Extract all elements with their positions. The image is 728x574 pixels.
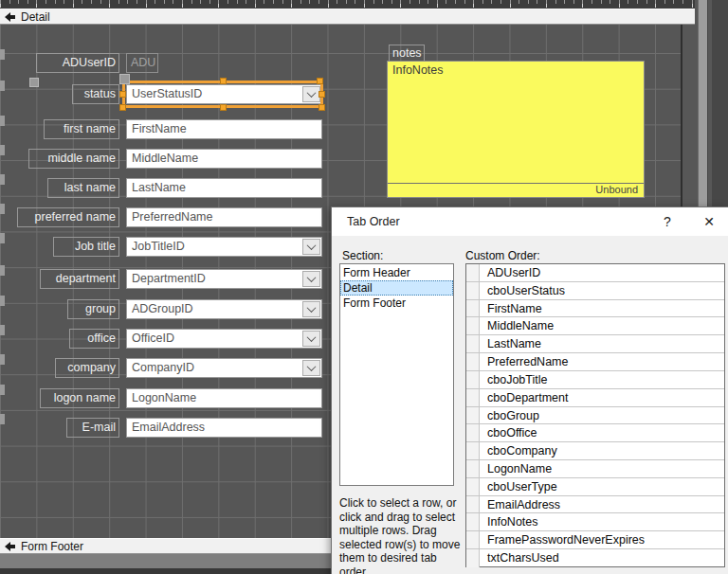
row-edge-handle xyxy=(0,265,5,276)
row-selector-cell[interactable] xyxy=(466,317,480,334)
row-selector-cell[interactable] xyxy=(466,371,480,388)
label-move-handle[interactable] xyxy=(29,78,39,87)
selection-resize-handle[interactable] xyxy=(318,91,325,98)
row-selector-cell[interactable] xyxy=(466,442,480,459)
row-selector-cell[interactable] xyxy=(466,282,480,299)
custom-order-item-txtCharsUsed[interactable]: txtCharsUsed xyxy=(466,549,724,567)
help-button[interactable]: ? xyxy=(655,210,680,233)
notes-textarea-control[interactable]: InfoNotes Unbound xyxy=(387,61,645,198)
row-selector-cell[interactable] xyxy=(466,424,480,441)
row-edge-handle xyxy=(0,49,5,60)
control-name: MiddleName xyxy=(480,317,554,334)
section-item-detail[interactable]: Detail xyxy=(340,280,453,296)
custom-order-item-cboCompany[interactable]: cboCompany xyxy=(466,442,724,460)
field-label-job-title[interactable]: Job title xyxy=(53,237,119,257)
field-label-department[interactable]: department xyxy=(40,269,119,289)
field-label-e-mail[interactable]: E-mail xyxy=(66,418,119,438)
custom-order-item-EmailAddress[interactable]: EmailAddress xyxy=(466,496,724,514)
text-field-logonname[interactable]: LogonName xyxy=(126,388,322,408)
row-selector-cell[interactable] xyxy=(466,335,480,352)
row-edge-handle xyxy=(0,145,5,155)
field-label-company[interactable]: company xyxy=(55,358,119,378)
close-icon[interactable]: ✕ xyxy=(697,210,721,233)
combo-field-jobtitleid[interactable]: JobTitleID xyxy=(126,237,322,257)
dropdown-button[interactable] xyxy=(302,301,320,317)
tab-order-dialog: Tab Order ? ✕ Section: Custom Order: For… xyxy=(331,206,728,574)
section-item-form-footer[interactable]: Form Footer xyxy=(340,296,453,311)
text-field-firstname[interactable]: FirstName xyxy=(126,119,322,139)
text-field-middlename[interactable]: MiddleName xyxy=(126,149,322,169)
row-selector-cell[interactable] xyxy=(466,496,480,513)
row-selector-cell[interactable] xyxy=(466,264,480,281)
text-field-lastname[interactable]: LastName xyxy=(126,178,322,198)
row-selector-cell[interactable] xyxy=(466,531,480,548)
dialog-titlebar[interactable]: Tab Order ? ✕ xyxy=(332,207,728,236)
custom-order-item-cboDepartment[interactable]: cboDepartment xyxy=(466,389,724,407)
custom-order-item-FirstName[interactable]: FirstName xyxy=(466,300,724,318)
row-selector-cell[interactable] xyxy=(466,300,480,317)
field-label-first-name[interactable]: first name xyxy=(44,119,119,139)
custom-order-item-FramePasswordNeverExpires[interactable]: FramePasswordNeverExpires xyxy=(466,531,724,549)
custom-order-item-LogonName[interactable]: LogonName xyxy=(466,460,724,478)
custom-order-item-cboUserType[interactable]: cboUserType xyxy=(466,478,724,496)
row-selector-cell[interactable] xyxy=(466,460,480,477)
detail-section-header[interactable]: Detail xyxy=(0,9,695,25)
custom-order-label: Custom Order: xyxy=(465,249,540,262)
row-selector-cell[interactable] xyxy=(466,513,480,530)
notes-field-name: InfoNotes xyxy=(392,63,444,77)
selection-resize-handle[interactable] xyxy=(220,104,227,111)
custom-order-item-cboJobTitle[interactable]: cboJobTitle xyxy=(466,371,724,389)
combo-field-companyid[interactable]: CompanyID xyxy=(126,358,322,378)
combo-field-departmentid[interactable]: DepartmentID xyxy=(126,269,322,289)
selection-resize-handle[interactable] xyxy=(119,91,126,98)
section-collapse-arrow-icon xyxy=(5,542,15,551)
control-name: cboUserType xyxy=(480,478,557,495)
field-adu[interactable]: ADU xyxy=(126,53,158,73)
row-selector-cell[interactable] xyxy=(466,549,480,567)
dropdown-button[interactable] xyxy=(302,331,320,347)
dropdown-button[interactable] xyxy=(302,360,320,376)
custom-order-item-cboGroup[interactable]: cboGroup xyxy=(466,407,724,425)
dropdown-button[interactable] xyxy=(302,271,320,287)
section-list-label: Section: xyxy=(342,249,383,262)
custom-order-listbox[interactable]: ADUserIDcboUserStatusFirstNameMiddleName… xyxy=(465,263,725,567)
row-selector-cell[interactable] xyxy=(466,389,480,406)
custom-order-item-InfoNotes[interactable]: InfoNotes xyxy=(466,513,724,531)
access-design-view: { "design_view": { "detail_section_label… xyxy=(0,0,728,574)
field-label-aduserid[interactable]: ADUserID xyxy=(36,53,119,73)
custom-order-item-LastName[interactable]: LastName xyxy=(466,335,724,353)
field-label-preferred-name[interactable]: preferred name xyxy=(17,207,119,227)
row-selector-cell[interactable] xyxy=(466,353,480,370)
selection-resize-handle[interactable] xyxy=(119,104,126,111)
custom-order-item-ADUserID[interactable]: ADUserID xyxy=(466,264,724,282)
combo-field-adgroupid[interactable]: ADGroupID xyxy=(126,299,322,319)
text-field-emailaddress[interactable]: EmailAddress xyxy=(126,418,322,438)
selection-resize-handle[interactable] xyxy=(318,104,325,111)
selection-resize-handle[interactable] xyxy=(220,78,227,84)
control-move-handle[interactable] xyxy=(119,74,130,84)
horizontal-ruler[interactable] xyxy=(0,0,695,9)
selection-resize-handle[interactable] xyxy=(317,78,323,84)
field-label-group[interactable]: group xyxy=(67,299,119,319)
field-label-status[interactable]: status xyxy=(72,84,119,104)
control-name: FramePasswordNeverExpires xyxy=(480,531,645,548)
control-name: cboOffice xyxy=(480,424,537,441)
field-label-office[interactable]: office xyxy=(69,329,119,349)
row-selector-cell[interactable] xyxy=(466,407,480,424)
custom-order-item-PreferredName[interactable]: PreferredName xyxy=(466,353,724,371)
text-field-preferredname[interactable]: PreferredName xyxy=(126,207,322,227)
row-selector-cell[interactable] xyxy=(466,478,480,495)
section-item-form-header[interactable]: Form Header xyxy=(340,265,453,280)
field-label-logon-name[interactable]: logon name xyxy=(40,388,119,408)
control-name: LogonName xyxy=(480,460,552,477)
tab-order-instructions: Click to select a row, or click and drag… xyxy=(339,496,464,574)
combo-field-officeid[interactable]: OfficeID xyxy=(126,329,322,349)
custom-order-item-cboUserStatus[interactable]: cboUserStatus xyxy=(466,282,724,300)
field-label-middle-name[interactable]: middle name xyxy=(28,149,119,169)
field-label-last-name[interactable]: last name xyxy=(47,178,119,198)
custom-order-item-cboOffice[interactable]: cboOffice xyxy=(466,424,724,442)
custom-order-item-MiddleName[interactable]: MiddleName xyxy=(466,317,724,335)
dropdown-button[interactable] xyxy=(302,239,320,255)
field-label-notes[interactable]: notes xyxy=(389,45,425,62)
section-listbox[interactable]: Form HeaderDetailForm Footer xyxy=(339,263,454,486)
